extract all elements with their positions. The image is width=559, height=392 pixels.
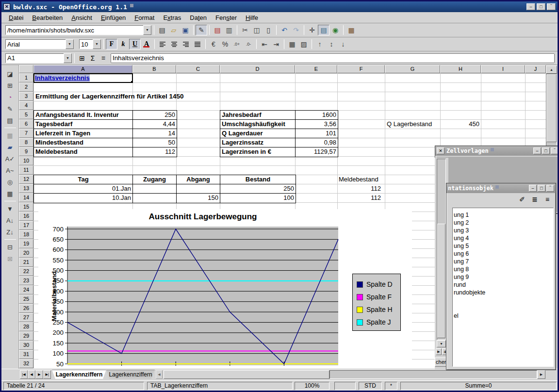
align-justify-icon[interactable] (192, 39, 203, 49)
styles-icon[interactable]: ▰ (4, 141, 16, 153)
cell-q-lagerbestand-value[interactable]: 450 (440, 119, 479, 129)
table-cell[interactable]: Umschlagshäufigkeit (220, 120, 296, 129)
column-header-H[interactable]: H (440, 65, 481, 73)
insert-icon[interactable]: ◪ (4, 68, 16, 80)
italic-button[interactable]: k (117, 39, 129, 49)
new-document-icon[interactable]: ▤ (156, 25, 168, 35)
status-selection-mode[interactable]: STD (359, 382, 382, 390)
gallery-icon[interactable]: ▦ (345, 25, 357, 35)
cell-q-lagerbestand-label[interactable]: Q Lagerbestand (387, 119, 439, 129)
align-left-icon[interactable] (157, 39, 168, 49)
table-cell[interactable] (133, 194, 177, 203)
row-header-2[interactable]: 2 (19, 82, 33, 92)
row-header-19[interactable]: 19 (19, 239, 33, 248)
function-wizard-icon[interactable]: ⊞ (77, 53, 87, 63)
insert-cells-icon[interactable]: ⊞ (4, 80, 16, 91)
row-header-13[interactable]: 13 (19, 184, 33, 193)
maximize-icon[interactable]: □ (537, 3, 545, 10)
font-size-dropdown-icon[interactable]: ▼ (93, 39, 101, 49)
cell-reference-input[interactable] (5, 53, 64, 63)
row-header-21[interactable]: 21 (19, 258, 33, 267)
currency-icon[interactable]: € (208, 39, 219, 49)
row-header-10[interactable]: 10 (19, 156, 33, 165)
table-cell[interactable]: 3,56 (296, 120, 338, 129)
row-header-11[interactable]: 11 (19, 165, 33, 175)
table-cell[interactable]: Tag (34, 175, 133, 184)
title-bar[interactable]: ✕ bwldv.sxc - OpenOffice.org 1.1 – □ ‾ (1, 1, 558, 12)
row-header-17[interactable]: 17 (19, 221, 33, 230)
menu-extras[interactable]: Extras (159, 12, 185, 23)
column-header-A[interactable]: A (33, 65, 132, 73)
style-list-item[interactable]: ung 4 (454, 234, 469, 242)
update-style-icon[interactable]: ≡ (542, 195, 553, 204)
cut-icon[interactable]: ✂ (239, 25, 251, 35)
row-header-16[interactable]: 16 (19, 212, 33, 221)
column-header-J[interactable]: J (525, 65, 546, 73)
table-cell[interactable]: 1129,57 (296, 147, 338, 157)
table-cell[interactable]: Bestand (220, 175, 296, 184)
table-cell[interactable]: 1600 (296, 111, 338, 120)
style-list-item[interactable]: ung 3 (454, 227, 469, 234)
menu-format[interactable]: Format (130, 12, 159, 23)
table-cell[interactable]: Lagerzinsen in € (220, 147, 296, 157)
table-cell[interactable]: Jahresbedarf (220, 111, 296, 120)
row-header-30[interactable]: 30 (19, 341, 33, 350)
row-header-5[interactable]: 5 (19, 110, 33, 119)
minimize-icon[interactable]: – (526, 3, 535, 10)
table-cell[interactable]: Mindestbestand (34, 138, 133, 147)
copy-icon[interactable]: ◫ (251, 25, 263, 35)
last-sheet-icon[interactable]: ▶| (43, 370, 51, 379)
bold-button[interactable]: F (106, 39, 117, 49)
horizontal-scrollbar-track[interactable] (329, 370, 537, 379)
name-box-dropdown-icon[interactable]: ▼ (64, 53, 72, 63)
shade-icon[interactable]: ‾ (551, 147, 559, 154)
insert-sheet-icon[interactable]: ▦ (4, 130, 16, 141)
scroll-right-icon[interactable]: ▶ (537, 370, 545, 379)
autospellcheck-icon[interactable]: A~ (4, 164, 16, 176)
align-middle-icon[interactable]: ↕ (326, 39, 337, 49)
stylist-window[interactable]: ntationsobjek–□‾✐≣≡ung 1ung 2ung 3ung 4u… (446, 183, 556, 370)
row-header-32[interactable]: 32 (19, 359, 33, 368)
status-insert-mode[interactable] (334, 382, 356, 390)
row-header-12[interactable]: 12 (19, 175, 33, 184)
save-icon[interactable]: ▣ (180, 25, 191, 35)
sort-descending-icon[interactable]: Z↓ (4, 226, 16, 238)
style-list-item[interactable]: rund (454, 281, 466, 289)
table-cell[interactable]: Tagesbedarf (34, 120, 133, 129)
table-cell[interactable]: 250 (133, 111, 177, 120)
row-header-18[interactable]: 18 (19, 230, 33, 239)
edit-file-icon[interactable]: ✎ (196, 25, 207, 35)
open-icon[interactable]: ▱ (168, 25, 180, 35)
url-dropdown-icon[interactable]: ▼ (143, 25, 151, 35)
vertical-scrollbar-thumb[interactable] (546, 74, 557, 142)
style-list-item[interactable]: ung 1 (454, 211, 469, 219)
chart[interactable]: Ausschnitt LagerbewegungMaterialbestand5… (38, 209, 412, 368)
formula-input[interactable] (111, 53, 555, 63)
table-cell[interactable]: Anfangsbestand lt. Inventur (34, 111, 133, 120)
url-input[interactable] (5, 25, 143, 35)
row-header-23[interactable]: 23 (19, 276, 33, 285)
stylist-icon[interactable]: ▤ (318, 25, 329, 35)
tab-scroll-left-icon[interactable]: ◀ (156, 370, 163, 379)
font-name-dropdown-icon[interactable]: ▼ (66, 39, 74, 49)
row-header-4[interactable]: 4 (19, 101, 33, 110)
decrease-indent-icon[interactable]: ⇤ (259, 39, 270, 49)
menu-ansicht[interactable]: Ansicht (67, 12, 97, 23)
table-cell[interactable]: Lieferzeit in Tagen (34, 129, 133, 138)
paste-icon[interactable]: ▯ (263, 25, 274, 35)
delete-decimal-icon[interactable]: .0- (243, 39, 254, 49)
horizontal-scrollbar-thumb[interactable] (164, 370, 329, 379)
style-list-item[interactable]: ung 2 (454, 219, 469, 227)
style-list-item[interactable]: ung 7 (454, 258, 469, 265)
align-bottom-icon[interactable]: ↓ (337, 39, 349, 49)
column-header-I[interactable]: I (481, 65, 525, 73)
row-header-20[interactable]: 20 (19, 248, 33, 258)
borders-icon[interactable]: ▦ (286, 39, 298, 49)
ungroup-icon[interactable]: ⊠ (4, 253, 16, 264)
table-cell[interactable]: 100 (220, 194, 296, 203)
print-icon[interactable]: ▥ (223, 25, 235, 35)
first-sheet-icon[interactable]: |◀ (20, 370, 28, 379)
fill-format-mode-icon[interactable]: ✐ (517, 195, 527, 204)
cell-meldebestand-header[interactable]: Meldebestand (339, 175, 384, 184)
row-header-25[interactable]: 25 (19, 294, 33, 304)
